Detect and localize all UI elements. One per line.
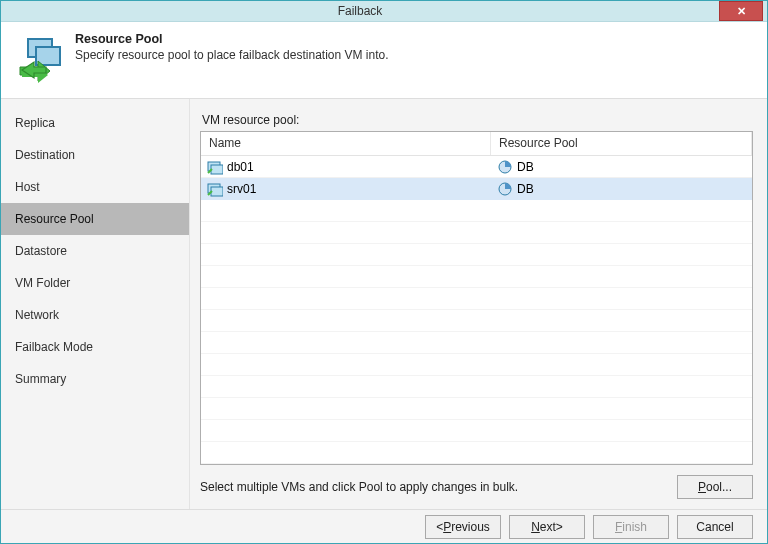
- wizard-body: Replica Destination Host Resource Pool D…: [1, 98, 767, 509]
- empty-row: [201, 442, 752, 464]
- cell-pool: DB: [491, 159, 752, 175]
- close-button[interactable]: ✕: [719, 1, 763, 21]
- previous-button[interactable]: < Previous: [425, 515, 501, 539]
- sidebar-item-label: Resource Pool: [15, 212, 94, 226]
- sidebar-item-host[interactable]: Host: [1, 171, 189, 203]
- finish-button: Finish: [593, 515, 669, 539]
- sidebar-item-datastore[interactable]: Datastore: [1, 235, 189, 267]
- cancel-label: Cancel: [696, 520, 733, 534]
- wizard-header: Resource Pool Specify resource pool to p…: [1, 22, 767, 98]
- empty-row: [201, 200, 752, 222]
- failback-wizard-window: Failback ✕ Resource Pool Specify resourc…: [0, 0, 768, 544]
- table-row[interactable]: srv01 DB: [201, 178, 752, 200]
- empty-row: [201, 310, 752, 332]
- header-text: Resource Pool Specify resource pool to p…: [67, 32, 389, 62]
- content-pane: VM resource pool: Name Resource Pool db0…: [189, 99, 767, 509]
- empty-row: [201, 398, 752, 420]
- next-rest: ext: [540, 520, 556, 534]
- vm-icon: [207, 181, 223, 197]
- resource-pool-icon: [497, 181, 513, 197]
- svg-rect-6: [211, 187, 223, 196]
- sidebar-item-label: Summary: [15, 372, 66, 386]
- wizard-footer: < Previous Next > Finish Cancel: [1, 509, 767, 543]
- previous-rest: revious: [451, 520, 490, 534]
- page-title: Resource Pool: [75, 32, 389, 46]
- vm-name: db01: [227, 160, 254, 174]
- empty-row: [201, 332, 752, 354]
- svg-rect-3: [211, 165, 223, 174]
- list-header: Name Resource Pool: [201, 132, 752, 156]
- empty-row: [201, 420, 752, 442]
- cancel-button[interactable]: Cancel: [677, 515, 753, 539]
- empty-row: [201, 354, 752, 376]
- sidebar-item-vm-folder[interactable]: VM Folder: [1, 267, 189, 299]
- vm-icon: [207, 159, 223, 175]
- failback-icon: [15, 32, 67, 84]
- sidebar-item-resource-pool[interactable]: Resource Pool: [1, 203, 189, 235]
- cell-name: db01: [201, 159, 491, 175]
- pool-button[interactable]: Pool...: [677, 475, 753, 499]
- table-row[interactable]: db01 DB: [201, 156, 752, 178]
- empty-row: [201, 288, 752, 310]
- vm-name: srv01: [227, 182, 256, 196]
- column-header-pool[interactable]: Resource Pool: [491, 132, 752, 155]
- sidebar-item-label: Failback Mode: [15, 340, 93, 354]
- next-button[interactable]: Next >: [509, 515, 585, 539]
- cell-pool: DB: [491, 181, 752, 197]
- sidebar-item-summary[interactable]: Summary: [1, 363, 189, 395]
- page-subtitle: Specify resource pool to place failback …: [75, 48, 389, 62]
- empty-row: [201, 266, 752, 288]
- titlebar: Failback ✕: [1, 1, 767, 22]
- hint-row: Select multiple VMs and click Pool to ap…: [200, 475, 753, 499]
- sidebar-item-label: VM Folder: [15, 276, 70, 290]
- finish-rest: inish: [622, 520, 647, 534]
- sidebar-item-label: Destination: [15, 148, 75, 162]
- sidebar-item-network[interactable]: Network: [1, 299, 189, 331]
- sidebar-item-replica[interactable]: Replica: [1, 107, 189, 139]
- sidebar-item-label: Host: [15, 180, 40, 194]
- sidebar-item-label: Datastore: [15, 244, 67, 258]
- cell-name: srv01: [201, 181, 491, 197]
- pool-name: DB: [517, 182, 534, 196]
- sidebar-item-destination[interactable]: Destination: [1, 139, 189, 171]
- window-title: Failback: [1, 4, 719, 18]
- sidebar-item-label: Network: [15, 308, 59, 322]
- close-icon: ✕: [737, 5, 746, 18]
- sidebar-item-label: Replica: [15, 116, 55, 130]
- vm-resource-pool-list[interactable]: Name Resource Pool db01 DB: [200, 131, 753, 465]
- resource-pool-icon: [497, 159, 513, 175]
- list-body: db01 DB srv01: [201, 156, 752, 464]
- pool-name: DB: [517, 160, 534, 174]
- sidebar-item-failback-mode[interactable]: Failback Mode: [1, 331, 189, 363]
- empty-row: [201, 222, 752, 244]
- empty-row: [201, 376, 752, 398]
- column-header-name[interactable]: Name: [201, 132, 491, 155]
- list-label: VM resource pool:: [202, 113, 753, 127]
- hint-text: Select multiple VMs and click Pool to ap…: [200, 480, 667, 494]
- empty-row: [201, 244, 752, 266]
- wizard-steps-sidebar: Replica Destination Host Resource Pool D…: [1, 99, 189, 509]
- pool-button-rest: ool...: [706, 480, 732, 494]
